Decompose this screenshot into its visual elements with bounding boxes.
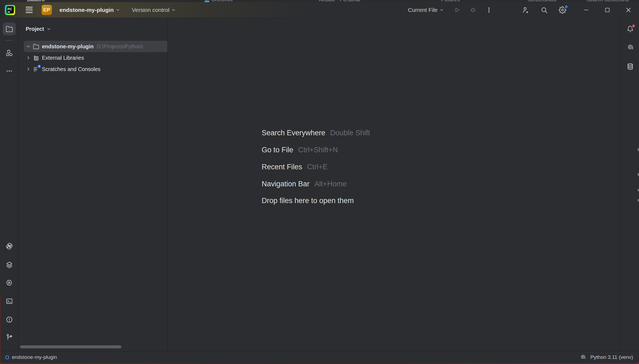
settings-button[interactable] xyxy=(556,2,569,18)
more-tool-windows-button[interactable] xyxy=(3,65,16,77)
python-console-tool-button[interactable] xyxy=(3,240,16,252)
settings-notification-dot xyxy=(565,5,568,8)
tree-item-label: Scratches and Consoles xyxy=(42,66,101,72)
structure-icon xyxy=(6,49,13,56)
tree-row-project-root[interactable]: endstone-my-plugin D:\Projects\Python\ xyxy=(24,41,167,52)
tree-row-external-libraries[interactable]: External Libraries xyxy=(24,52,167,63)
drop-files-hint: Drop files here to open them xyxy=(262,197,354,205)
chevron-down-icon xyxy=(116,8,120,12)
code-with-me-button[interactable] xyxy=(520,2,532,18)
shortcut-row: Go to File Ctrl+Shift+N xyxy=(262,146,338,156)
version-control-widget[interactable]: Version control xyxy=(132,7,176,13)
search-icon xyxy=(540,6,548,14)
database-icon xyxy=(627,63,634,70)
hexagon-play-icon xyxy=(5,279,13,287)
edge-artifact xyxy=(638,199,639,201)
project-tool-button[interactable] xyxy=(3,22,16,35)
services-tool-button[interactable] xyxy=(3,258,16,271)
left-tool-rail xyxy=(0,18,18,351)
shortcut-action-link[interactable]: Go to File xyxy=(262,146,293,154)
more-actions-button[interactable] xyxy=(483,2,495,18)
ellipsis-icon xyxy=(6,68,13,75)
chevron-down-icon xyxy=(440,8,444,12)
title-bar: PC EP endstone-my-plugin Version control… xyxy=(0,2,639,18)
status-bar-right: Python 3.11 (venv) xyxy=(580,354,633,360)
kebab-menu-icon xyxy=(485,6,492,14)
project-panel: Project endstone-my-plugin D:\Projects\P… xyxy=(19,18,168,351)
project-view-selector[interactable]: Project xyxy=(26,24,51,33)
minimize-button[interactable] xyxy=(576,2,597,18)
python-packages-tool-button[interactable] xyxy=(3,276,16,289)
version-control-tool-button[interactable] xyxy=(3,331,16,343)
project-badge[interactable]: EP xyxy=(42,5,52,15)
notifications-tool-button[interactable] xyxy=(624,22,637,35)
main-menu-button[interactable] xyxy=(23,2,35,18)
problems-tool-button[interactable] xyxy=(3,313,16,326)
chevron-right-icon xyxy=(26,67,31,72)
shortcut-keys: Ctrl+E xyxy=(307,163,328,171)
tree-item-path: D:\Projects\Python\ xyxy=(97,43,143,50)
clock-badge-icon xyxy=(38,65,41,68)
shortcut-keys: Alt+Home xyxy=(314,180,347,188)
chevron-down-icon xyxy=(46,27,51,31)
shortcut-action-link[interactable]: Search Everywhere xyxy=(262,129,325,137)
tree-item-label: External Libraries xyxy=(42,55,84,61)
ai-assistant-swirl-icon[interactable] xyxy=(580,354,586,360)
debug-button[interactable] xyxy=(467,2,479,18)
edge-artifact xyxy=(638,189,639,191)
chevron-right-icon xyxy=(26,55,31,60)
database-tool-button[interactable] xyxy=(624,60,637,73)
ai-assistant-tool-button[interactable] xyxy=(624,41,637,54)
tree-row-scratches[interactable]: Scratches and Consoles xyxy=(24,63,167,75)
shortcut-row: Drop files here to open them xyxy=(262,197,354,206)
title-bar-left: PC EP endstone-my-plugin Version control xyxy=(0,2,176,18)
terminal-icon xyxy=(6,298,13,305)
search-everywhere-button[interactable] xyxy=(538,2,550,18)
project-status-icon xyxy=(5,356,9,359)
horizontal-scrollbar[interactable] xyxy=(20,345,121,348)
status-project-name: endstone-my-plugin xyxy=(12,354,57,360)
structure-tool-button[interactable] xyxy=(3,46,16,59)
run-configuration-selector[interactable]: Current File xyxy=(408,7,444,13)
edge-artifact xyxy=(638,173,639,176)
rail-divider xyxy=(5,40,13,41)
shortcut-action-link[interactable]: Navigation Bar xyxy=(262,180,309,188)
shortcut-row: Navigation Bar Alt+Home xyxy=(262,180,347,190)
status-bar: endstone-my-plugin Python 3.11 (venv) xyxy=(0,351,639,363)
pycharm-window: PC EP endstone-my-plugin Version control… xyxy=(0,2,639,363)
run-button[interactable] xyxy=(451,2,463,18)
folder-icon xyxy=(33,43,39,50)
chevron-down-icon xyxy=(171,8,176,12)
notification-dot xyxy=(632,25,635,27)
library-icon xyxy=(33,55,39,61)
title-bar-right: Current File xyxy=(408,2,639,18)
terminal-tool-button[interactable] xyxy=(3,295,16,308)
shortcut-action-link[interactable]: Recent Files xyxy=(262,163,302,171)
edge-artifact xyxy=(638,148,639,151)
git-branch-icon xyxy=(6,333,13,341)
maximize-icon xyxy=(604,7,611,13)
add-user-icon xyxy=(522,6,530,14)
project-widget-label: endstone-my-plugin xyxy=(59,7,114,13)
maximize-button[interactable] xyxy=(597,2,618,18)
pycharm-logo-icon: PC xyxy=(5,5,15,15)
shortcut-keys: Ctrl+Shift+N xyxy=(298,146,338,154)
run-configuration-label: Current File xyxy=(408,7,438,13)
project-widget[interactable]: endstone-my-plugin xyxy=(56,7,120,13)
wallpaper-sliver xyxy=(0,294,1,363)
project-view-label: Project xyxy=(26,26,44,32)
debug-bug-icon xyxy=(470,6,477,14)
shortcut-row: Recent Files Ctrl+E xyxy=(262,163,328,173)
minimize-icon xyxy=(583,7,590,13)
layers-icon xyxy=(6,261,13,268)
chevron-down-icon xyxy=(26,44,31,49)
shortcut-keys: Double Shift xyxy=(330,129,370,137)
alert-circle-icon xyxy=(6,316,13,323)
editor-empty-area: Search Everywhere Double Shift Go to Fil… xyxy=(168,18,620,351)
version-control-label: Version control xyxy=(132,7,169,13)
python-icon xyxy=(6,242,13,250)
close-icon xyxy=(625,6,632,14)
close-button[interactable] xyxy=(618,2,639,18)
python-interpreter-selector[interactable]: Python 3.11 (venv) xyxy=(590,354,633,360)
folder-icon xyxy=(6,25,13,33)
